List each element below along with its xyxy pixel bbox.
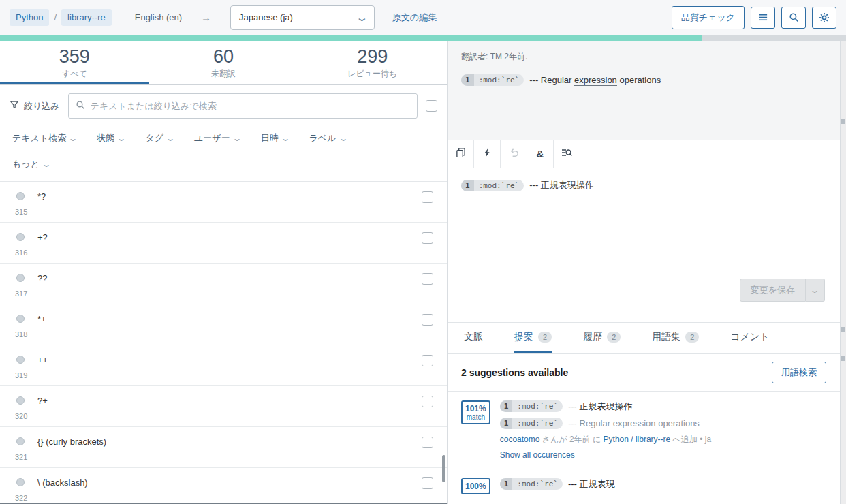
funnel-icon [10,100,19,112]
chevron-down-icon: ⌄ [41,161,51,167]
tab-label: コメント [730,331,769,343]
search-icon [76,100,85,112]
tab-count-badge: 2 [685,332,699,343]
status-icon [16,396,25,405]
string-id: 318 [15,330,27,338]
filter-label[interactable]: ラベル ⌄ [309,129,347,147]
search-button[interactable] [781,7,806,29]
source-string-area: 翻訳者: TM 2年前. 1 :mod:`re` --- Regular exp… [448,41,840,140]
arrow-right-icon: → [201,12,211,23]
string-text: *+ [37,314,46,324]
string-list-item[interactable]: ?+ 320 [0,386,447,427]
undo-button[interactable] [501,140,527,168]
chevron-down-icon: ⌄ [810,287,820,293]
lightning-icon [482,148,492,159]
tab-context[interactable]: 文脈 [464,323,483,353]
status-icon [16,356,25,364]
string-list-item[interactable]: *+ 318 [0,304,447,345]
panel-scrollbar[interactable] [840,41,846,504]
breadcrumb-resource[interactable]: library--re [61,9,112,26]
string-checkbox[interactable] [422,191,433,203]
filter-more[interactable]: もっと ⌄ [12,155,50,173]
filter-tag[interactable]: タグ ⌄ [145,129,174,147]
suggestion-resource-link[interactable]: Python / library--re [604,435,671,444]
match-score-badge: 101% match [461,400,490,424]
status-icon [16,192,25,200]
tab-untranslated[interactable]: 60 未翻訳 [149,41,298,84]
list-scrollbar[interactable] [442,455,445,482]
breadcrumb-project[interactable]: Python [10,9,49,26]
tab-waiting-review[interactable]: 299 レビュー待ち [298,41,447,84]
machine-translation-button[interactable] [474,140,501,168]
editor-panel: 翻訳者: TM 2年前. 1 :mod:`re` --- Regular exp… [448,41,840,504]
string-list-item[interactable]: ?? 317 [0,264,447,304]
tag-pill: 1 :mod:`re` [500,400,563,412]
string-checkbox[interactable] [422,355,433,366]
suggestion-body: 1 :mod:`re` --- 正規表現操作 1 :mod:`re` --- R… [500,400,826,460]
translation-tag-pill: 1 :mod:`re` [461,180,524,191]
scrollbar-mark [841,327,845,332]
string-checkbox[interactable] [422,273,433,285]
save-dropdown-button[interactable]: ⌄ [806,279,825,302]
string-checkbox[interactable] [422,314,433,326]
filter-user[interactable]: ユーザー ⌄ [194,129,240,147]
tab-waiting-review-count: 299 [298,46,447,67]
string-id: 315 [15,208,27,216]
string-checkbox[interactable] [422,437,433,448]
string-list-item[interactable]: +? 316 [0,223,447,264]
copy-source-button[interactable] [448,140,474,168]
translation-editor[interactable]: 1 :mod:`re` --- 正規表現操作 変更を保存 ⌄ [448,168,840,323]
edit-source-link[interactable]: 原文の編集 [392,12,437,24]
save-button[interactable]: 変更を保存 [740,279,806,302]
tag-code: :mod:`re` [512,400,563,412]
string-text: ?? [37,273,47,283]
suggestion-item[interactable]: 100% 1 :mod:`re` --- 正規表現 [448,469,840,504]
string-id: 317 [15,289,27,298]
progress-bar-fill [0,35,702,41]
string-id: 322 [15,494,27,502]
tab-all-count: 359 [0,46,149,67]
suggestion-item[interactable]: 101% match 1 :mod:`re` --- 正規表現操作 1 :mod… [448,391,840,469]
string-list-item[interactable]: *? 315 [0,182,447,223]
settings-button[interactable] [812,7,836,29]
topbar-actions: 品質チェック [672,6,836,29]
string-list-item[interactable]: {} (curly brackets) 321 [0,427,447,468]
string-checkbox[interactable] [422,232,433,244]
select-all-checkbox[interactable] [426,100,437,112]
show-occurrences-link[interactable]: Show all occurences [500,450,575,460]
tab-count-badge: 2 [538,332,552,343]
filter-status[interactable]: 状態 ⌄ [97,129,125,147]
string-checkbox[interactable] [422,396,433,407]
filter-chip-row: テキスト検索 ⌄ 状態 ⌄ タグ ⌄ ユーザー ⌄ 日時 ⌄ ラベル ⌄ [0,125,447,148]
string-list-item[interactable]: ++ 319 [0,345,447,386]
suggestion-body: 1 :mod:`re` --- 正規表現 [500,478,826,495]
filter-label: 日時 [261,132,279,144]
quality-check-button[interactable]: 品質チェック [672,6,745,29]
concordance-search-button[interactable] [554,140,580,168]
filter-button[interactable]: 絞り込み [10,100,60,112]
match-score-badge: 100% [461,478,490,494]
string-list-item[interactable]: \ (backslash) 322 [0,468,447,504]
string-list-panel: 359 すべて 60 未翻訳 299 レビュー待ち 絞り込み [0,41,448,504]
tab-untranslated-label: 未翻訳 [149,68,298,80]
string-checkbox[interactable] [422,477,433,489]
search-input[interactable] [91,101,410,111]
term-search-button[interactable]: 用語検索 [772,362,826,383]
suggestion-user-link[interactable]: cocoatomo [500,435,540,444]
string-id: 316 [15,249,27,257]
list-view-button[interactable] [751,7,775,29]
string-text: \ (backslash) [37,477,88,488]
tab-history[interactable]: 履歴 2 [583,323,621,353]
filter-more-label: もっと [12,158,40,170]
filter-more-row: もっと ⌄ [0,148,447,181]
tab-glossary[interactable]: 用語集 2 [652,323,699,353]
filter-text-search[interactable]: テキスト検索 ⌄ [12,129,76,147]
special-characters-button[interactable]: & [527,140,554,168]
bullet-icon: • [700,435,702,444]
filter-date[interactable]: 日時 ⌄ [261,129,289,147]
tab-comments[interactable]: コメント [730,323,769,353]
target-language-select[interactable]: Japanese (ja) ⌄ [230,5,375,30]
tab-suggestions[interactable]: 提案 2 [514,323,552,353]
string-id: 319 [15,371,27,379]
tab-all[interactable]: 359 すべて [0,41,149,84]
